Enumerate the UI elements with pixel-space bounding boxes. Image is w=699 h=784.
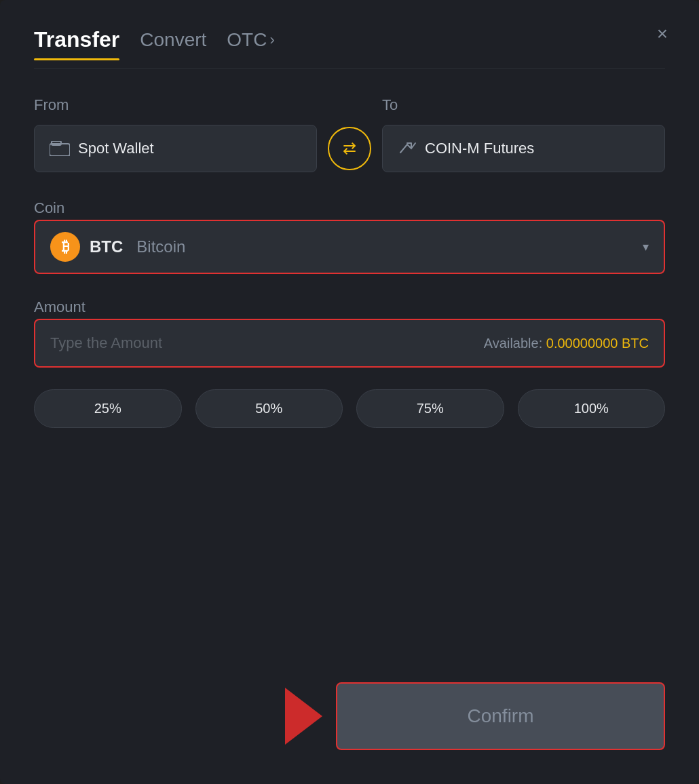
- available-value: 0.00000000 BTC: [546, 336, 649, 351]
- close-button[interactable]: ×: [657, 24, 668, 43]
- to-label: To: [382, 96, 665, 114]
- header-divider: [34, 68, 665, 69]
- tab-otc[interactable]: OTC ›: [227, 29, 274, 59]
- transfer-modal: Transfer Convert OTC › × From Spot Walle…: [0, 0, 699, 784]
- percent-100-button[interactable]: 100%: [518, 389, 666, 428]
- percent-75-button[interactable]: 75%: [356, 389, 504, 428]
- amount-section: Amount Type the Amount Available: 0.0000…: [34, 298, 665, 368]
- swap-button[interactable]: ⇄: [328, 127, 371, 170]
- available-label: Available:: [484, 336, 542, 351]
- coin-section: Coin ₿ BTC Bitcoin ▾: [34, 199, 665, 274]
- arrow-right-icon: [285, 688, 322, 745]
- from-column: From Spot Wallet: [34, 96, 317, 172]
- tab-convert[interactable]: Convert: [140, 29, 206, 59]
- percent-50-button[interactable]: 50%: [195, 389, 343, 428]
- wallet-icon: [50, 141, 70, 156]
- from-wallet-selector[interactable]: Spot Wallet: [34, 125, 317, 172]
- amount-placeholder: Type the Amount: [50, 334, 162, 352]
- percent-buttons: 25% 50% 75% 100%: [34, 389, 665, 428]
- from-to-section: From Spot Wallet ⇄ To COIN-M Futures: [34, 96, 665, 172]
- to-column: To COIN-M Futures: [382, 96, 665, 172]
- coin-name: Bitcoin: [136, 237, 185, 256]
- to-wallet-selector[interactable]: COIN-M Futures: [382, 125, 665, 172]
- from-label: From: [34, 96, 317, 114]
- available-text: Available: 0.00000000 BTC: [484, 336, 649, 351]
- otc-chevron-icon: ›: [269, 31, 274, 49]
- coin-chevron-icon: ▾: [643, 239, 649, 254]
- coin-symbol: BTC: [90, 237, 123, 256]
- coin-selector[interactable]: ₿ BTC Bitcoin ▾: [34, 220, 665, 274]
- confirm-section: Confirm: [34, 669, 665, 750]
- tab-transfer[interactable]: Transfer: [34, 27, 119, 60]
- header-tabs: Transfer Convert OTC › ×: [34, 27, 665, 60]
- coin-label: Coin: [34, 199, 665, 217]
- btc-icon: ₿: [50, 232, 80, 262]
- from-wallet-label: Spot Wallet: [78, 140, 154, 157]
- to-wallet-label: COIN-M Futures: [425, 140, 534, 157]
- swap-icon: ⇄: [343, 139, 356, 158]
- confirm-button[interactable]: Confirm: [336, 682, 665, 750]
- futures-icon: [398, 139, 417, 158]
- amount-label: Amount: [34, 298, 665, 316]
- percent-25-button[interactable]: 25%: [34, 389, 182, 428]
- arrow-container: [34, 688, 336, 745]
- amount-input-box[interactable]: Type the Amount Available: 0.00000000 BT…: [34, 319, 665, 368]
